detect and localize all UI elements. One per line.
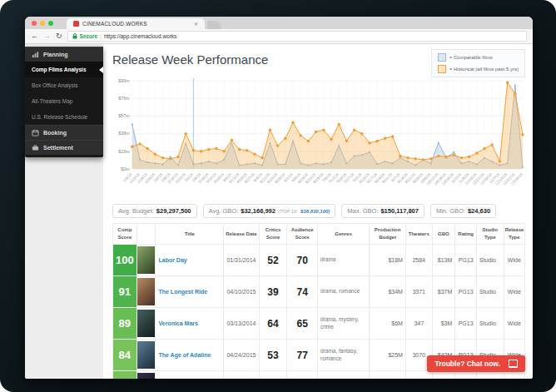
film-title-link[interactable]: The Age of Adaline (158, 352, 211, 358)
film-title-link[interactable]: Labor Day (158, 257, 186, 263)
secure-label: Secure (80, 33, 98, 39)
film-poster-image (137, 373, 156, 379)
stats-bar: Avg. Budget:$29,297,500Avg. GBO:$32,166,… (112, 204, 525, 218)
stat-value: $29,297,500 (156, 207, 191, 215)
legend-label: = Comparable films (449, 55, 493, 60)
legend-comparable-films: = Comparable films (438, 53, 519, 62)
column-header-rating: Rating (455, 224, 477, 245)
zoom-window-button[interactable] (48, 21, 53, 26)
stat-label: Min. GBO: (436, 207, 465, 215)
column-header-critics-score: Critics Score (259, 224, 287, 245)
refresh-icon[interactable]: ↻ (56, 32, 62, 40)
window-controls (32, 21, 53, 26)
stat-extra-label: (TOP 10: (278, 209, 298, 214)
rating-cell: PG13 (455, 245, 477, 276)
sidebar-item-booking[interactable]: Booking (25, 125, 103, 140)
sidebar-item-comp-films-analysis[interactable]: Comp Films Analysis (25, 62, 103, 77)
gbo-cell: $13M (432, 245, 455, 276)
film-title-link[interactable]: Veronica Mars (158, 320, 197, 326)
sidebar-nav: PlanningComp Films AnalysisBox Office An… (25, 47, 103, 157)
svg-text:$38m: $38m (118, 131, 130, 136)
critics-score-cell: 52 (259, 245, 287, 276)
genres-cell: drama, romance (317, 276, 369, 308)
column-header-theaters: Theaters (405, 224, 432, 245)
browser-tab[interactable]: CINEMACLOUD.WORKS ✕ (67, 18, 205, 29)
film-poster (137, 371, 156, 380)
film-poster (137, 340, 156, 371)
release-date-cell: 04/10/2015 (224, 276, 260, 308)
comp-score-badge: 84 (113, 371, 137, 380)
padlock-icon (72, 33, 77, 39)
column-header-release-date: Release Date (224, 224, 260, 245)
stat-value: $24,630 (468, 207, 490, 215)
film-title-cell: The Longest Ride (156, 276, 224, 308)
stat-value: $150,117,807 (380, 207, 418, 215)
stat-label: Avg. Budget: (118, 207, 154, 215)
production-budget-cell: $18M (370, 245, 406, 276)
release-week-chart: $95m$76m$57m$38m$19m$0m1/5/181/12/181/19… (112, 76, 525, 201)
audience-score-cell: 74 (287, 276, 318, 308)
stat-avg-budget: Avg. Budget:$29,297,500 (112, 204, 197, 218)
audience-score-cell: 77 (287, 340, 318, 371)
historical-swatch-icon (438, 65, 446, 73)
sidebar-item-label: Settlement (43, 145, 73, 151)
film-poster (137, 276, 156, 308)
svg-text:$19m: $19m (118, 149, 130, 154)
sidebar-item-u-s-release-schedule[interactable]: U.S. Release Schedule (25, 109, 103, 125)
stat-avg-gbo: Avg. GBO:$32,166,992(TOP 10:$38,830,100) (203, 204, 336, 218)
svg-text:$95m: $95m (118, 78, 130, 83)
release-date-cell: 01/31/2014 (224, 245, 260, 276)
column-header-comp-score: Comp Score (113, 224, 137, 245)
page-url: https://app.cinemacloud.works (104, 33, 176, 39)
comp-score-badge: 100 (113, 245, 137, 276)
new-tab-button[interactable] (207, 21, 221, 29)
table-row: 89Veronica Mars03/13/20146465drama, myst… (113, 308, 525, 340)
release-type-cell: Wide (504, 308, 524, 340)
sidebar-item-label: U.S. Release Schedule (32, 114, 87, 120)
theaters-cell: 3550 (405, 371, 432, 380)
stat-value: $32,166,992 (241, 207, 276, 215)
sidebar-item-label: Planning (43, 52, 68, 57)
tab-close-icon[interactable]: ✕ (194, 21, 198, 27)
close-window-button[interactable] (32, 21, 37, 26)
release-type-cell: Wide (504, 276, 524, 308)
screenshot-frame: CINEMACLOUD.WORKS ✕ ← → ↻ Secure | https… (0, 0, 556, 392)
sidebar-item-label: Comp Films Analysis (32, 67, 87, 72)
film-poster-image (137, 278, 156, 305)
sidebar-item-settlement[interactable]: Settlement (25, 140, 103, 155)
calendar-icon (32, 129, 39, 136)
chat-widget[interactable]: Trouble? Chat now. (427, 355, 525, 372)
film-poster (137, 245, 156, 276)
genres-cell: drama, mystery, crime (317, 308, 369, 340)
column-header-audience-score: Audience Score (287, 224, 318, 245)
sidebar-item-box-office-analysis[interactable]: Box Office Analysis (25, 77, 103, 93)
forward-icon[interactable]: → (43, 32, 51, 40)
column-header-title: Title (156, 224, 224, 245)
gbo-cell: $37M (432, 276, 455, 308)
stat-max-gbo: Max. GBO:$150,117,807 (341, 204, 424, 218)
column-header-release-type: Release Type (504, 224, 524, 245)
sidebar-item-all-theaters-map[interactable]: All-Theaters Map (25, 93, 103, 109)
critics-score-cell: 64 (259, 308, 287, 340)
comp-score-badge: 89 (113, 308, 137, 340)
legend-historical: = Historical (all films past 5 yrs) (438, 65, 519, 73)
sidebar-item-planning[interactable]: Planning (25, 47, 103, 62)
minimize-window-button[interactable] (40, 21, 45, 26)
bar-chart-icon (32, 51, 39, 58)
back-icon[interactable]: ← (31, 32, 38, 40)
stat-label: Max. GBO: (347, 207, 378, 215)
table-row: 91The Longest Ride04/10/20153974drama, r… (113, 276, 525, 308)
column-header-production-budget: Production Budget (370, 224, 406, 245)
critics-score-cell: 39 (259, 276, 287, 308)
film-poster (137, 308, 156, 340)
stat-extra-value[interactable]: $38,830,100) (300, 209, 330, 214)
film-title-cell: Labor Day (156, 245, 224, 276)
url-field[interactable]: Secure | https://app.cinemacloud.works (67, 31, 527, 42)
column-header-genres: Genres (317, 224, 369, 245)
genres-cell: drama, romance (317, 371, 369, 380)
film-poster-image (137, 310, 156, 337)
rating-cell: PG13 (455, 308, 477, 340)
sidebar-item-label: Box Office Analysis (32, 82, 78, 88)
film-title-link[interactable]: The Longest Ride (158, 289, 207, 295)
release-date-cell: 03/13/2014 (224, 308, 260, 340)
